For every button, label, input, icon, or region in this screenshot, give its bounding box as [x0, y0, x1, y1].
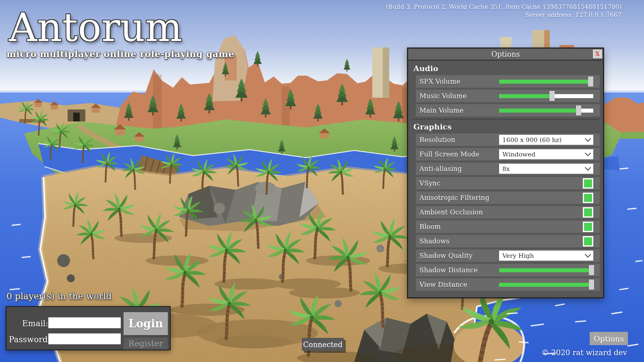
anisotropic-filtering-label: Anisotropic Filtering — [416, 194, 489, 202]
row-ambient-occlusion: Ambient Occlusion — [416, 206, 600, 218]
row-sfx-volume: SFX Volume — [416, 75, 600, 88]
game-window: (Build 3, Protocol 2, World Cache 351, I… — [0, 0, 644, 362]
row-anisotropic-filtering: Anisotropic Filtering — [416, 191, 600, 204]
slider-track[interactable] — [499, 283, 593, 287]
slider-track[interactable] — [499, 94, 593, 98]
login-button[interactable]: Login — [124, 312, 168, 335]
chevron-down-icon — [585, 251, 591, 258]
email-field[interactable] — [48, 317, 121, 328]
antialiasing-value: 8x — [502, 165, 510, 173]
row-shadow-quality: Shadow Quality Very High — [416, 249, 600, 262]
chevron-down-icon — [585, 136, 591, 142]
row-antialiasing: Anti-aliasing 8x — [416, 162, 600, 175]
row-shadow-distance: Shadow Distance — [416, 264, 600, 276]
shadow-quality-value: Very High — [502, 252, 534, 259]
row-resolution: Resolution 644 x 362 (60 hz) — [416, 134, 600, 146]
chevron-down-icon — [585, 165, 591, 171]
main-volume-label: Main Volume — [416, 107, 464, 114]
row-main-volume: Main Volume — [416, 104, 600, 117]
game-logo: Antorum micro multiplayer online role-pl… — [9, 8, 234, 59]
bloom-label: Bloom — [416, 223, 441, 230]
fullscreen-mode-value: Windowed — [502, 151, 535, 158]
game-title: Antorum — [9, 8, 234, 48]
section-divider — [411, 119, 600, 120]
copyright-text: © 2020 rat wizard dev — [541, 348, 627, 357]
ambient-occlusion-checkbox[interactable] — [583, 207, 593, 218]
connection-status-badge: Connected — [302, 338, 344, 351]
antialiasing-label: Anti-aliasing — [416, 165, 462, 173]
shadow-distance-label: Shadow Distance — [416, 266, 478, 274]
antialiasing-select[interactable]: 8x — [499, 164, 593, 174]
build-info-line: (Build 3, Protocol 2, World Cache 351, I… — [386, 3, 621, 11]
audio-section-heading: Audio — [413, 64, 600, 73]
shadow-quality-select[interactable]: Very High — [499, 251, 593, 261]
password-field[interactable] — [48, 333, 121, 344]
game-tagline: micro multiplayer online role-playing ga… — [6, 49, 234, 59]
options-dialog-title: Options — [491, 50, 520, 58]
music-volume-slider[interactable] — [499, 90, 593, 102]
sfx-volume-slider[interactable] — [499, 75, 593, 88]
shadow-distance-slider[interactable] — [499, 264, 593, 276]
players-online-text: 0 player(s) in the world — [6, 291, 112, 301]
fullscreen-mode-select[interactable]: Windowed — [499, 149, 593, 159]
slider-track[interactable] — [499, 268, 593, 272]
row-view-distance: View Distance — [416, 278, 600, 291]
shadow-quality-label: Shadow Quality — [416, 252, 473, 259]
password-label: Password: — [9, 335, 48, 344]
graphics-section-heading: Graphics — [413, 122, 600, 131]
anisotropic-filtering-checkbox[interactable] — [583, 193, 593, 203]
options-dialog-body: Audio SFX Volume Music Volume Main Volum… — [408, 61, 603, 291]
vsync-label: VSync — [416, 179, 440, 187]
register-button[interactable]: Register — [124, 337, 168, 350]
resolution-value: 644 x 362 (60 hz) — [502, 136, 561, 144]
sfx-volume-label: SFX Volume — [416, 78, 460, 85]
resolution-select[interactable]: 644 x 362 (60 hz) — [499, 135, 593, 145]
chevron-down-icon — [585, 150, 591, 156]
shadows-label: Shadows — [416, 237, 450, 245]
music-volume-label: Music Volume — [416, 92, 466, 100]
fullscreen-mode-label: Full Screen Mode — [416, 150, 479, 158]
slider-handle[interactable] — [576, 105, 581, 115]
login-panel: Email: Password: Login Register — [6, 306, 171, 350]
close-button[interactable]: X — [593, 49, 602, 58]
options-dialog-titlebar[interactable]: Options X — [408, 49, 603, 61]
slider-track[interactable] — [499, 80, 593, 84]
row-fullscreen-mode: Full Screen Mode Windowed — [416, 148, 600, 160]
email-label: Email: — [9, 319, 48, 328]
main-volume-slider[interactable] — [499, 104, 593, 117]
build-info: (Build 3, Protocol 2, World Cache 351, I… — [386, 3, 621, 19]
shadows-checkbox[interactable] — [583, 236, 593, 247]
slider-handle[interactable] — [588, 76, 593, 86]
slider-handle[interactable] — [549, 91, 555, 101]
row-bloom: Bloom — [416, 220, 600, 233]
row-shadows: Shadows — [416, 235, 600, 247]
view-distance-slider[interactable] — [499, 278, 593, 291]
ambient-occlusion-label: Ambient Occlusion — [416, 208, 483, 216]
options-button[interactable]: Options — [590, 332, 628, 345]
view-distance-label: View Distance — [416, 281, 467, 288]
slider-handle[interactable] — [589, 265, 594, 275]
slider-handle[interactable] — [589, 280, 594, 290]
options-dialog: Options X Audio SFX Volume Music Volume — [407, 47, 604, 298]
row-music-volume: Music Volume — [416, 90, 600, 102]
vsync-checkbox[interactable] — [583, 178, 593, 189]
server-address: Server address: 127.0.0.1:7667 — [386, 11, 621, 19]
row-vsync: VSync — [416, 177, 600, 189]
resolution-label: Resolution — [416, 136, 455, 144]
bloom-checkbox[interactable] — [583, 222, 593, 232]
